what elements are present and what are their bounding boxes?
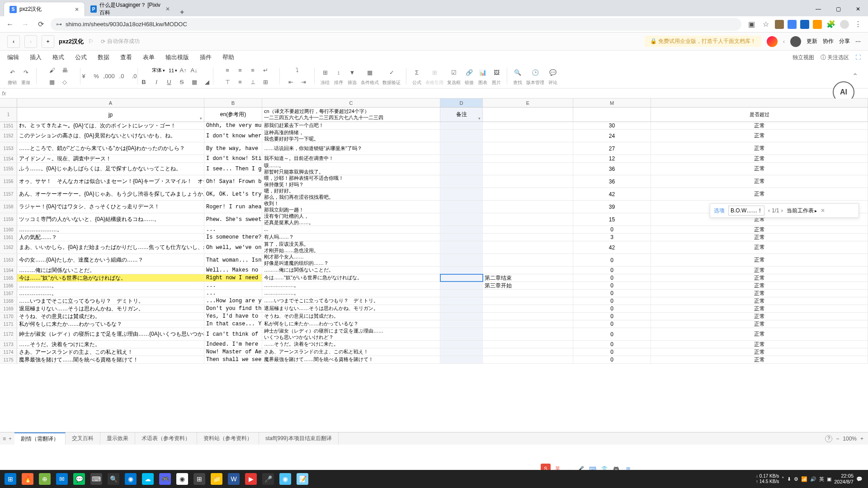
cell-cn[interactable]: 今は……"奴"がいる世界に急がなければな。 <box>262 274 440 282</box>
menu-formula[interactable]: 公式 <box>75 53 87 61</box>
cell-remark[interactable] <box>440 305 483 312</box>
formula-bar[interactable]: fx <box>0 89 868 99</box>
cell-jp[interactable]: ……そうだ。決着をつけに来た。 <box>17 341 204 348</box>
cell-en[interactable]: Ohhh, the very much <box>204 122 262 129</box>
row-number[interactable]: 1152 <box>0 130 17 142</box>
col-header-d[interactable]: D <box>440 99 483 107</box>
menu-data[interactable]: 数据 <box>98 53 109 61</box>
cell-count[interactable]: 0 <box>573 305 651 312</box>
browser-tab[interactable]: P 什么是Usaginger？ [Pixiv百科 ✕ <box>85 2 175 16</box>
cell-remark[interactable] <box>440 254 483 266</box>
tray-volume-icon[interactable]: 🔊 <box>810 476 816 482</box>
row-number[interactable]: 1157 <box>0 188 17 200</box>
cell-en[interactable]: Then shall we see wh <box>204 356 262 363</box>
freeze-icon[interactable]: ⊞ <box>320 68 330 78</box>
taskbar-app[interactable]: 💬 <box>71 470 88 488</box>
cell-remark[interactable] <box>440 175 483 188</box>
zoom-in-icon[interactable]: + <box>860 436 863 442</box>
close-window-icon[interactable]: ✕ <box>848 2 868 16</box>
cell-note[interactable] <box>483 175 573 188</box>
cell-count[interactable]: 0 <box>573 297 651 305</box>
search-next-icon[interactable]: › <box>781 207 783 214</box>
cell-cn[interactable]: 私が何をしに来たか……わかっているな？ <box>262 320 440 328</box>
start-button[interactable]: ⊞ <box>2 470 19 488</box>
search-options-link[interactable]: 选项 <box>714 207 725 215</box>
row-number[interactable]: 1168 <box>0 297 17 305</box>
cell-cn[interactable]: そうね、その意見には賛成だわ。 <box>262 313 440 320</box>
cell-cn[interactable]: 这种高涨的情绪， 我也要好好学习一下呢。 <box>262 130 440 142</box>
cell-count[interactable]: 0 <box>573 282 651 289</box>
row-number[interactable]: 1166 <box>0 282 17 289</box>
cell-jp[interactable]: さあ、アーンスランドの主よ、この私と戦え！ <box>17 348 204 356</box>
url-input[interactable]: ⊶ shimo.im/sheets/9030Ja18ozH68Lkw/MODOC <box>51 18 741 31</box>
taskbar-app[interactable]: ✉ <box>53 470 71 488</box>
cell-note[interactable] <box>483 328 573 340</box>
cell-remark[interactable] <box>440 155 483 162</box>
cell-cn[interactable]: 咳……。 那暂时只能靠双脚去找了。 <box>262 163 440 175</box>
cell-remark[interactable] <box>440 313 483 320</box>
valign-mid-icon[interactable]: ≡ <box>235 77 245 87</box>
cell-remark[interactable] <box>440 226 483 233</box>
zoom-out-icon[interactable]: − <box>836 436 839 442</box>
align-center-icon[interactable]: ≡ <box>235 66 245 75</box>
cell-remark[interactable] <box>440 341 483 348</box>
cell-count[interactable]: 0 <box>573 226 651 233</box>
menu-help[interactable]: 帮助 <box>222 53 234 61</box>
cell-cn[interactable]: 喂，沙耶！那种表情可不适合你哦！ 保持微笑！好吗？ <box>262 175 440 188</box>
undo-icon[interactable]: ↶ <box>7 68 17 78</box>
cell-en[interactable]: OK, OK. Let's try lo <box>204 188 262 200</box>
row-number[interactable]: 1160 <box>0 226 17 233</box>
maximize-icon[interactable]: ▢ <box>828 2 848 16</box>
col-header-m[interactable]: M <box>573 99 651 107</box>
cell-note[interactable] <box>483 267 573 274</box>
cell-en[interactable]: That woman... Isn't <box>204 254 262 266</box>
cell-jp[interactable]: あん、オーケーオーケー。{0A}じゃあ、もう少し渋谷を探してみましょうか。 <box>17 188 204 200</box>
format-painter-icon[interactable]: ▦ <box>47 77 57 87</box>
cell-note[interactable] <box>483 241 573 253</box>
header-jp[interactable]: jp▾ <box>17 108 204 122</box>
cell-cn[interactable]: ……いつまでそこに立ってるつもり？ デミトリ。 <box>262 297 440 305</box>
header-cn[interactable]: cn（译文不要超过两行，每行不要超过24个字） 一二三四五六七八九十一二三四五六… <box>262 108 440 122</box>
cell-cn[interactable]: 退屈極まりない……そうは思わんかね、モリガン。 <box>262 305 440 312</box>
cell-en[interactable]: By the way, have you <box>204 142 262 155</box>
row-number[interactable]: 1165 <box>0 274 17 282</box>
collab-nav-icon[interactable]: ‹ <box>783 38 785 45</box>
user-avatar[interactable] <box>790 36 801 47</box>
cell-remark[interactable] <box>440 320 483 328</box>
cell-en[interactable]: I don't know where y <box>204 130 262 142</box>
extension-icon[interactable] <box>775 20 784 29</box>
extension-icon[interactable] <box>800 20 809 29</box>
sheet-tab[interactable]: 交叉百科 <box>66 432 100 445</box>
row-number[interactable]: 1172 <box>0 328 17 340</box>
cell-en[interactable]: ... <box>204 282 262 289</box>
taskbar-app[interactable]: ☁ <box>139 470 156 488</box>
row-number[interactable]: 1164 <box>0 267 17 274</box>
cell-en[interactable]: ...How long are you <box>204 297 262 305</box>
cell-cn[interactable]: ………………。 <box>262 282 440 289</box>
bookmark-star-icon[interactable]: ☆ <box>760 19 771 30</box>
cell-note[interactable] <box>483 254 573 266</box>
row-number[interactable]: 1173 <box>0 341 17 348</box>
cond-format-icon[interactable]: ▦ <box>365 68 375 78</box>
taskbar-search[interactable]: 🔍 <box>105 470 122 488</box>
cell-cn[interactable]: 有人吗……？ <box>262 234 440 241</box>
cell-en[interactable]: Now! Master of Aensl <box>204 348 262 356</box>
cell-note[interactable] <box>483 201 573 213</box>
row-number[interactable]: 1171 <box>0 320 17 328</box>
help-icon[interactable]: ? <box>825 435 832 442</box>
cell-count[interactable]: 0 <box>573 341 651 348</box>
notifications-icon[interactable]: 💬 <box>856 476 863 482</box>
cell-en[interactable]: Right now I need to <box>204 274 262 282</box>
tray-icon[interactable]: ⬇ <box>787 476 791 482</box>
italic-icon[interactable]: I <box>151 77 161 87</box>
row-number[interactable]: 1 <box>0 108 17 122</box>
cell-count[interactable]: 0 <box>573 254 651 266</box>
cell-note[interactable] <box>483 341 573 348</box>
row-number[interactable]: 1163 <box>0 254 17 266</box>
cell-remark[interactable] <box>440 267 483 274</box>
cell-en[interactable]: Yes, I'd have to say <box>204 313 262 320</box>
cell-cn[interactable]: ………………。 <box>262 290 440 297</box>
cell-status[interactable]: 正常 <box>651 341 868 348</box>
menu-plugins[interactable]: 插件 <box>200 53 212 61</box>
cell-en[interactable]: I can't think of man <box>204 328 262 340</box>
